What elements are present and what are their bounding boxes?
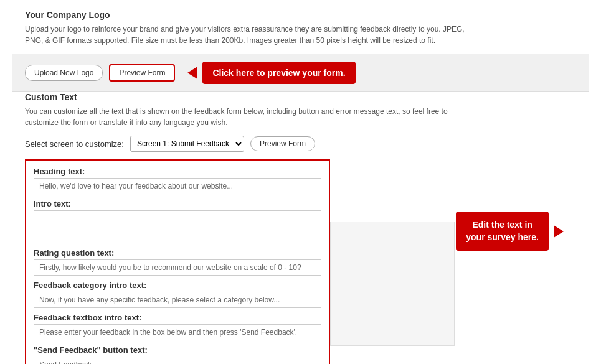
field-label-rating: Rating question text: (34, 248, 321, 258)
field-label-category: Feedback category intro text: (34, 281, 321, 290)
preview-form-button-top[interactable]: Preview Form (109, 64, 175, 82)
field-input-heading[interactable] (34, 178, 321, 194)
field-input-intro[interactable] (34, 210, 321, 241)
preview-form-button-small[interactable]: Preview Form (250, 136, 315, 151)
screen-select-row: Select screen to customize: Screen 1: Su… (25, 136, 576, 152)
field-input-send[interactable] (34, 357, 321, 364)
arrow-right-icon (187, 67, 197, 79)
form-fields-wrapper: Heading text: Intro text: Rating questio… (25, 159, 576, 364)
logo-button-row: Upload New Logo Preview Form Click here … (12, 54, 589, 92)
logo-section: Your Company Logo Upload your logo to re… (12, 10, 589, 46)
field-group-category: Feedback category intro text: (34, 281, 321, 308)
custom-text-section: Custom Text You can customize all the te… (12, 92, 589, 364)
right-annotation-container (330, 222, 455, 346)
screen-select-label: Select screen to customize: (25, 139, 124, 149)
logo-section-title: Your Company Logo (25, 10, 576, 20)
field-group-textbox: Feedback textbox intro text: (34, 313, 321, 340)
field-label-textbox: Feedback textbox intro text: (34, 313, 321, 322)
top-annotation-container: Click here to preview your form. (187, 62, 355, 84)
field-group-intro: Intro text: (34, 199, 321, 243)
field-input-rating[interactable] (34, 259, 321, 276)
right-empty-area (330, 222, 455, 346)
custom-text-desc: You can customize all the text that is s… (25, 106, 473, 128)
custom-text-title: Custom Text (25, 92, 576, 102)
field-input-textbox[interactable] (34, 324, 321, 340)
field-group-send: "Send Feedback" button text: (34, 345, 321, 364)
field-label-intro: Intro text: (34, 199, 321, 208)
top-annotation-box: Click here to preview your form. (202, 62, 355, 84)
field-label-heading: Heading text: (34, 167, 321, 176)
field-input-category[interactable] (34, 292, 321, 308)
upload-logo-button[interactable]: Upload New Logo (25, 65, 103, 81)
screen-select-dropdown[interactable]: Screen 1: Submit Feedback (130, 136, 244, 152)
field-group-rating: Rating question text: (34, 248, 321, 276)
field-label-send: "Send Feedback" button text: (34, 345, 321, 355)
field-group-heading: Heading text: (34, 167, 321, 194)
form-fields-box: Heading text: Intro text: Rating questio… (25, 159, 330, 364)
logo-section-desc: Upload your logo to reinforce your brand… (25, 24, 473, 46)
